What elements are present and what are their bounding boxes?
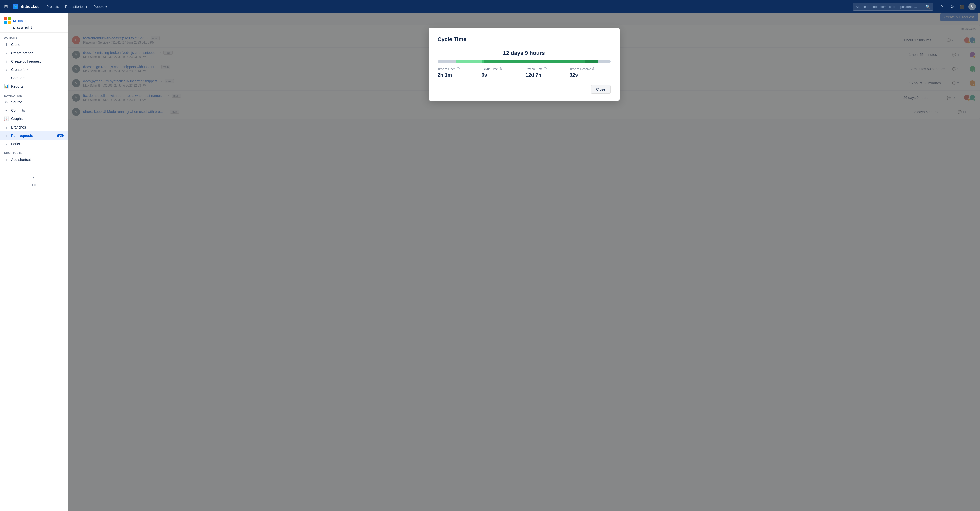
seg-time-to-open: [438, 60, 457, 63]
microsoft-logo: [4, 17, 11, 24]
metric-value: 32s: [570, 72, 608, 78]
search-input[interactable]: [856, 5, 923, 8]
chevron-right-icon: ›: [606, 67, 608, 71]
content-area: Create pull request Reviewers P feat(chr…: [68, 13, 980, 511]
bitbucket-icon: 🪣: [13, 4, 18, 9]
compare-icon: ↔: [4, 76, 8, 80]
user-avatar[interactable]: U: [969, 3, 976, 10]
pr-badge: 16: [57, 134, 64, 137]
dashed-line-start: [456, 59, 457, 66]
seg-pickup-time: [457, 60, 482, 63]
sidebar-collapse-button[interactable]: <<: [0, 181, 68, 189]
navigation-section-label: NAVIGATION: [0, 91, 68, 98]
collapse-icon: <<: [32, 183, 36, 187]
chevron-right-icon: ›: [518, 67, 520, 71]
sidebar: Microsoft playwright ACTIONS ⬇ Clone ⑂ C…: [0, 13, 68, 511]
sidebar-item-label: Compare: [11, 76, 25, 80]
sidebar-item-create-branch[interactable]: ⑂ Create branch: [0, 49, 68, 57]
repo-name[interactable]: playwright: [13, 25, 64, 29]
chevron-right-icon: ›: [562, 67, 563, 71]
cycle-total-value: 12 days 9 hours: [438, 50, 611, 56]
chevron-down-icon: ▾: [86, 5, 87, 8]
help-icon[interactable]: ⓘ: [457, 67, 460, 71]
settings-icon[interactable]: ⚙: [948, 3, 956, 10]
repo-org-logo: Microsoft: [4, 17, 64, 24]
search-icon: 🔍: [926, 4, 931, 9]
sidebar-item-label: Create fork: [11, 68, 29, 72]
sidebar-item-reports[interactable]: 📊 Reports: [0, 82, 68, 91]
pull-requests-icon: ↑: [4, 133, 8, 138]
sidebar-item-graphs[interactable]: 📈 Graphs: [0, 115, 68, 123]
org-name[interactable]: Microsoft: [13, 19, 26, 22]
sidebar-item-label: Graphs: [11, 117, 22, 121]
seg-gap: [482, 60, 484, 63]
sidebar-item-label: Reports: [11, 84, 23, 88]
seg-review-time: [484, 60, 585, 63]
repo-header: Microsoft playwright: [0, 13, 68, 33]
seg-resolve-time: [585, 60, 598, 63]
close-button[interactable]: Close: [591, 85, 611, 94]
clone-icon: ⬇: [4, 42, 8, 47]
nav-projects[interactable]: Projects: [44, 3, 62, 10]
add-shortcut-icon: +: [4, 158, 8, 162]
branches-icon: ⑂: [4, 125, 8, 129]
sidebar-item-clone[interactable]: ⬇ Clone: [0, 40, 68, 49]
sidebar-item-label: Branches: [11, 125, 26, 129]
graphs-icon: 📈: [4, 116, 8, 121]
sidebar-item-label: Create pull request: [11, 59, 41, 64]
sidebar-item-forks[interactable]: ⑂ Forks: [0, 140, 68, 148]
fork-icon: ⑂: [4, 67, 8, 72]
modal-overlay: Cycle Time 12 days 9 hours: [68, 13, 980, 511]
sidebar-item-add-shortcut[interactable]: + Add shortcut: [0, 155, 68, 164]
nav-repositories[interactable]: Repositories ▾: [62, 3, 90, 10]
metric-pickup-time: Pickup Time ⓘ › 6s: [479, 67, 523, 78]
app-name: Bitbucket: [21, 4, 39, 9]
metric-value: 6s: [482, 72, 520, 78]
cycle-metrics: Time to Open ⓘ › 2h 1m Pickup Time ⓘ › 6…: [438, 67, 611, 78]
branch-icon: ⑂: [4, 51, 8, 55]
scroll-indicator: ▼: [0, 174, 68, 181]
modal-title: Cycle Time: [438, 36, 611, 43]
actions-section-label: ACTIONS: [0, 33, 68, 40]
sidebar-item-label: Create branch: [11, 51, 33, 55]
nav-people[interactable]: People ▾: [91, 3, 110, 10]
sidebar-item-pull-requests[interactable]: ↑ Pull requests 16: [0, 131, 68, 140]
sidebar-item-label: Clone: [11, 43, 21, 46]
topnav-icon-group: ? ⚙ ⬛ U: [938, 3, 976, 10]
notifications-icon[interactable]: ⬛: [958, 3, 966, 10]
sidebar-item-branches[interactable]: ⑂ Branches: [0, 123, 68, 131]
metric-time-to-open: Time to Open ⓘ › 2h 1m: [438, 67, 479, 78]
sidebar-item-commits[interactable]: ● Commits: [0, 106, 68, 115]
metric-review-time: Review Time ⓘ › 12d 7h: [523, 67, 566, 78]
commits-icon: ●: [4, 108, 8, 112]
metric-value: 2h 1m: [438, 72, 476, 78]
cycle-bar-track: [438, 60, 611, 63]
grid-icon[interactable]: ⊞: [4, 4, 8, 9]
reports-icon: 📊: [4, 84, 8, 89]
chevron-right-icon: ›: [474, 67, 476, 71]
forks-icon: ⑂: [4, 142, 8, 146]
shortcuts-section-label: SHORTCUTS: [0, 148, 68, 155]
main-layout: Microsoft playwright ACTIONS ⬇ Clone ⑂ C…: [0, 13, 980, 511]
sidebar-item-label: Commits: [11, 108, 25, 112]
metric-value: 12d 7h: [526, 72, 563, 78]
help-icon[interactable]: ⓘ: [544, 67, 547, 71]
modal-footer: Close: [438, 85, 611, 94]
seg-post: [598, 60, 610, 63]
sidebar-item-label: Source: [11, 100, 22, 104]
topnav-links: Projects Repositories ▾ People ▾: [44, 3, 110, 10]
sidebar-item-create-fork[interactable]: ⑂ Create fork: [0, 65, 68, 74]
sidebar-item-create-pr[interactable]: ↑ Create pull request: [0, 57, 68, 65]
cycle-bar: [438, 60, 611, 63]
help-icon[interactable]: ⓘ: [592, 67, 595, 71]
sidebar-item-source[interactable]: <> Source: [0, 98, 68, 106]
sidebar-item-label: Pull requests: [11, 134, 33, 138]
help-icon[interactable]: ⓘ: [499, 67, 502, 71]
search-bar[interactable]: 🔍: [853, 3, 933, 11]
app-logo[interactable]: 🪣 Bitbucket: [13, 4, 39, 9]
chevron-down-icon: ▾: [105, 5, 107, 8]
help-icon[interactable]: ?: [938, 3, 946, 10]
cycle-time-modal: Cycle Time 12 days 9 hours: [428, 28, 620, 100]
sidebar-item-compare[interactable]: ↔ Compare: [0, 74, 68, 82]
pr-icon: ↑: [4, 59, 8, 64]
